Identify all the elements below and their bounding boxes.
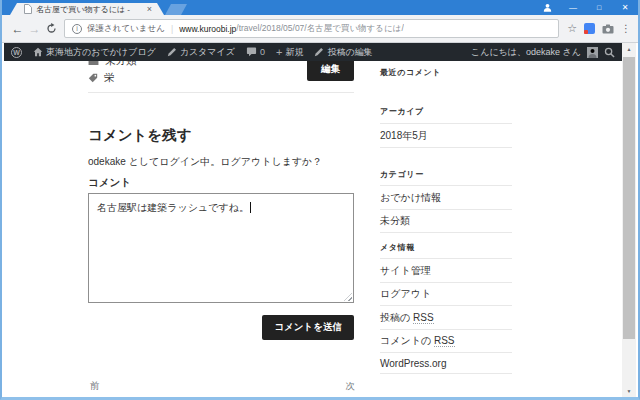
sidebar-link[interactable]: サイト管理: [380, 259, 512, 283]
home-icon: [33, 47, 43, 57]
admin-bar-customize[interactable]: カスタマイズ: [167, 46, 235, 59]
previous-post-link[interactable]: 前: [90, 380, 100, 393]
info-icon[interactable]: i: [72, 24, 82, 34]
admin-bar-new[interactable]: + 新規: [276, 46, 303, 59]
admin-bar-site-name[interactable]: 東海地方のおでかけブログ: [33, 46, 156, 59]
admin-bar-edit-post[interactable]: 投稿の編集: [314, 46, 372, 59]
vertical-scrollbar[interactable]: ▲ ▼: [622, 43, 636, 397]
page-favicon-icon: [24, 4, 32, 14]
admin-bar-greeting[interactable]: こんにちは、odekake さん: [471, 46, 581, 59]
recent-comments-title: 最近のコメント: [380, 67, 441, 78]
new-tab-button[interactable]: [165, 4, 187, 15]
profile-icon[interactable]: [534, 0, 560, 15]
back-icon[interactable]: ←: [9, 22, 26, 36]
logout-link[interactable]: ログアウトしますか？: [220, 156, 322, 167]
sidebar-link[interactable]: コメントの RSS: [380, 330, 512, 354]
sidebar-link[interactable]: おでかけ情報: [380, 186, 512, 210]
categories-title: カテゴリー: [380, 169, 424, 180]
page-content: 未分類 栄 編集 コメントを残す odekake としてログイン中。ログアウトし…: [4, 43, 622, 397]
logged-in-user-link[interactable]: odekake: [88, 156, 126, 167]
url-domain: www.kuroobi.jp: [179, 24, 236, 34]
admin-bar-comments[interactable]: 0: [246, 47, 265, 57]
comment-text: 名古屋駅は建築ラッシュですね。: [97, 202, 249, 213]
sidebar: 最近のコメント アーカイブ 2018年5月 カテゴリー おでかけ情報未分類 メタ…: [380, 43, 512, 397]
security-label: 保護されていません: [87, 23, 165, 35]
sidebar-link[interactable]: ログアウト: [380, 283, 512, 307]
wp-admin-bar: W 東海地方のおでかけブログ カスタマイズ 0 + 新規 投稿の編集 こんにちは…: [4, 43, 622, 61]
main-column: 未分類 栄 編集 コメントを残す odekake としてログイン中。ログアウトし…: [88, 43, 354, 397]
address-bar[interactable]: i 保護されていません | www.kuroobi.jp /travel/201…: [64, 19, 559, 38]
maximize-button[interactable]: □: [586, 0, 612, 15]
plus-icon: +: [276, 47, 282, 57]
pencil-icon: [167, 47, 177, 57]
browser-window: 名古屋で買い物するには - × — □ ✕ ← → i 保護されていません | …: [0, 0, 640, 400]
url-path: /travel/2018/05/07/名古屋で買い物するには/: [236, 23, 403, 35]
sidebar-link[interactable]: 2018年5月: [380, 124, 512, 148]
refresh-icon[interactable]: [43, 23, 60, 34]
tag-icon: [88, 73, 98, 83]
edit-post-button[interactable]: 編集: [307, 58, 354, 81]
tag-link[interactable]: 栄: [104, 71, 115, 85]
forward-icon[interactable]: →: [26, 22, 43, 36]
tab-title: 名古屋で買い物するには -: [36, 4, 143, 15]
search-icon[interactable]: [604, 47, 615, 58]
pencil-icon: [314, 47, 324, 57]
avatar[interactable]: [587, 47, 598, 58]
titlebar: 名古屋で買い物するには - × — □ ✕: [2, 0, 638, 15]
bookmark-star-icon[interactable]: ☆: [567, 22, 577, 35]
comment-section-heading: コメントを残す: [88, 126, 192, 145]
comment-field-label: コメント: [88, 176, 131, 190]
entry-tag-row: 栄: [88, 71, 115, 85]
categories-list: おでかけ情報未分類: [380, 185, 512, 233]
screenshot-camera-icon[interactable]: [602, 24, 614, 34]
sidebar-link[interactable]: 投稿の RSS: [380, 306, 512, 330]
next-post-link[interactable]: 次: [346, 380, 356, 393]
meta-title: メタ情報: [380, 242, 415, 253]
submit-comment-button[interactable]: コメントを送信: [262, 315, 354, 340]
archives-title: アーカイブ: [380, 106, 424, 117]
comment-textarea[interactable]: 名古屋駅は建築ラッシュですね。: [88, 193, 354, 303]
sidebar-link[interactable]: WordPress.org: [380, 353, 512, 374]
browser-toolbar: ← → i 保護されていません | www.kuroobi.jp /travel…: [2, 15, 638, 43]
minimize-button[interactable]: —: [560, 0, 586, 15]
scroll-up-icon[interactable]: ▲: [622, 43, 636, 55]
wp-logo-icon[interactable]: W: [11, 47, 22, 58]
sidebar-link[interactable]: 未分類: [380, 210, 512, 234]
comments-count: 0: [260, 47, 265, 57]
text-caret: [250, 202, 251, 213]
url-separator: |: [171, 24, 173, 34]
archives-list: 2018年5月: [380, 123, 512, 148]
resize-handle[interactable]: [344, 293, 352, 301]
tab-close-icon[interactable]: ×: [147, 4, 152, 14]
entry-divider: [88, 92, 354, 93]
browser-tab[interactable]: 名古屋で買い物するには - ×: [10, 3, 164, 15]
scroll-down-icon[interactable]: ▼: [622, 385, 636, 397]
scrollbar-thumb[interactable]: [623, 57, 635, 339]
close-button[interactable]: ✕: [612, 0, 638, 15]
extension-icon[interactable]: [584, 23, 595, 34]
logged-in-text: としてログイン中。: [126, 156, 220, 167]
comment-bubble-icon: [246, 47, 257, 57]
logged-in-line: odekake としてログイン中。ログアウトしますか？: [88, 155, 322, 169]
meta-list: サイト管理ログアウト投稿の RSSコメントの RSSWordPress.org: [380, 258, 512, 374]
menu-dots-icon[interactable]: ⋮: [621, 23, 631, 34]
